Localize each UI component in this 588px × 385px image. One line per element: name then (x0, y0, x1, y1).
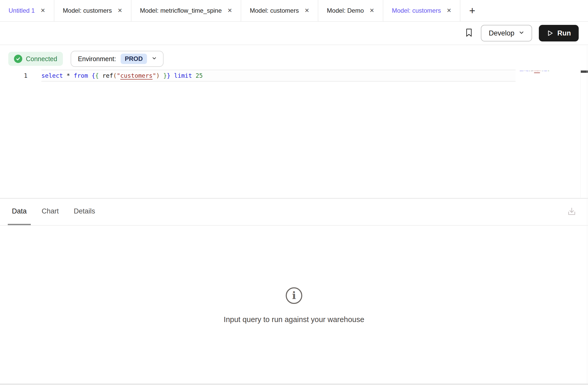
empty-state-message: Input query to run against your warehous… (224, 315, 364, 324)
play-icon (547, 30, 553, 37)
code-token (192, 72, 196, 79)
info-icon: i (286, 287, 302, 304)
develop-button[interactable]: Develop (481, 25, 532, 41)
code-token: * (67, 72, 70, 79)
code-token (160, 72, 163, 79)
environment-label: Environment: (78, 55, 116, 63)
plus-icon: + (469, 5, 475, 17)
tab-label: Model: customers (63, 7, 112, 14)
connection-status-label: Connected (26, 55, 57, 63)
code-token: } (163, 72, 167, 79)
code-line[interactable]: select * from {{ ref("customers") }} lim… (41, 70, 203, 81)
new-tab-button[interactable]: + (460, 0, 484, 21)
ide-window: Untitled 1 ✕ Model: customers ✕ Model: m… (0, 0, 588, 385)
code-token: ref (102, 72, 113, 79)
code-token: { (92, 72, 95, 79)
editor-tab[interactable]: Untitled 1 ✕ (0, 0, 54, 21)
close-icon[interactable]: ✕ (305, 8, 309, 13)
results-tab-bar: Data Chart Details (0, 199, 588, 226)
develop-button-label: Develop (489, 29, 514, 37)
code-token: select (520, 70, 524, 72)
editor-tab[interactable]: Model: customers ✕ (383, 0, 460, 21)
close-icon[interactable]: ✕ (117, 8, 122, 13)
connection-status-badge: Connected (8, 52, 63, 66)
code-token: customers (120, 72, 153, 79)
bookmark-icon (465, 28, 473, 38)
code-token (70, 72, 74, 79)
code-token (88, 72, 92, 79)
code-token (171, 72, 174, 79)
code-token: 25 (196, 72, 203, 79)
code-token (99, 72, 102, 79)
code-token: } (167, 72, 171, 79)
status-row: Connected Environment: PROD (8, 51, 164, 67)
tab-label: Model: Demo (327, 7, 364, 14)
code-token: limit (544, 70, 547, 72)
results-tab-data[interactable]: Data (8, 199, 31, 225)
code-token: ref (531, 70, 533, 72)
code-token: select (41, 72, 63, 79)
tab-label: Model: customers (392, 7, 441, 14)
tab-label: Model: metricflow_time_spine (140, 7, 222, 14)
close-icon[interactable]: ✕ (447, 8, 451, 13)
code-token: 25 (548, 70, 549, 72)
code-line-row[interactable]: 1 select * from {{ ref("customers") }} l… (0, 70, 588, 81)
toolbar: Develop Run (0, 22, 588, 45)
results-tabs: Data Chart Details (8, 199, 106, 225)
close-icon[interactable]: ✕ (40, 8, 45, 13)
code-token (63, 72, 67, 79)
minimap[interactable]: select * from {{ ref("customers") }} lim… (520, 69, 549, 73)
tab-label: Model: customers (250, 7, 299, 14)
editor-tab[interactable]: Model: metricflow_time_spine ✕ (131, 0, 241, 21)
sql-editor[interactable]: Connected Environment: PROD 1 select * f… (0, 45, 588, 198)
close-icon[interactable]: ✕ (227, 8, 232, 13)
tab-label: Untitled 1 (9, 7, 35, 14)
code-token: " (117, 72, 120, 79)
editor-tab[interactable]: Model: customers ✕ (54, 0, 131, 21)
line-number: 1 (0, 70, 27, 81)
tab-strip: Untitled 1 ✕ Model: customers ✕ Model: m… (0, 0, 460, 21)
results-tab-details[interactable]: Details (70, 199, 99, 225)
window-bottom-edge (0, 383, 588, 385)
results-panel: Data Chart Details i Input query to run … (0, 199, 588, 385)
code-token: " (152, 72, 156, 79)
window-right-edge (587, 46, 587, 383)
check-circle-icon (14, 55, 22, 63)
code-token: from (526, 70, 528, 72)
code-token: from (74, 72, 88, 79)
run-button[interactable]: Run (539, 25, 579, 41)
code-token: { (95, 72, 99, 79)
results-tab-chart[interactable]: Chart (38, 199, 63, 225)
code-token: ( (113, 72, 117, 79)
environment-selector[interactable]: Environment: PROD (71, 51, 164, 67)
chevron-down-icon (519, 29, 524, 37)
editor-tab[interactable]: Model: customers ✕ (241, 0, 318, 21)
download-icon (566, 206, 577, 218)
run-button-label: Run (557, 29, 571, 37)
chevron-down-icon (152, 56, 157, 62)
empty-state: i Input query to run against your wareho… (0, 226, 588, 324)
download-button[interactable] (566, 206, 577, 218)
code-token: customers (534, 70, 540, 72)
close-icon[interactable]: ✕ (370, 8, 374, 13)
code-token: limit (174, 72, 192, 79)
editor-tab[interactable]: Model: Demo ✕ (318, 0, 383, 21)
environment-value-badge: PROD (121, 54, 147, 64)
code-token: ) (156, 72, 160, 79)
bookmark-button[interactable] (465, 28, 473, 38)
editor-tab-bar: Untitled 1 ✕ Model: customers ✕ Model: m… (0, 0, 588, 22)
